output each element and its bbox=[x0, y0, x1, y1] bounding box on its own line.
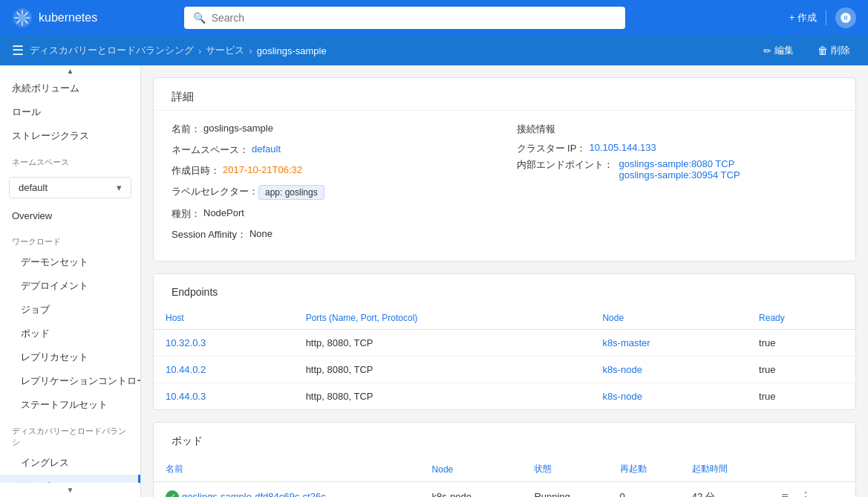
detail-right: 接続情報 クラスター IP： 10.105.144.133 内部エンドポイント：… bbox=[517, 123, 838, 249]
sidebar-item-job[interactable]: ジョブ bbox=[0, 298, 140, 322]
session-label: Session Affinity： bbox=[172, 228, 247, 241]
pods-col-actions bbox=[765, 457, 855, 482]
internal-endpoint-value1: goslings-sample:8080 TCP bbox=[619, 158, 740, 169]
breadcrumb-discovery[interactable]: ディスカバリーとロードバランシング bbox=[30, 44, 194, 57]
endpoints-table: Host Ports (Name, Port, Protocol) Node R… bbox=[154, 307, 855, 409]
detail-session-row: Session Affinity： None bbox=[172, 228, 493, 241]
endpoints-card: Endpoints Host Ports (Name, Port, Protoc… bbox=[153, 273, 856, 410]
pod-row: ✓ goslings-sample-dfd84c69c-ct26c k8s-no… bbox=[154, 482, 855, 498]
pod-restarts: 0 bbox=[608, 482, 680, 498]
sidebar-item-persistent-volumes[interactable]: 永続ボリューム bbox=[0, 77, 140, 100]
created-value: 2017-10-21T06:32 bbox=[223, 164, 302, 175]
content-area: 詳細 名前： goslings-sample ネームスペース： default … bbox=[141, 65, 868, 497]
scroll-up-arrow[interactable]: ▲ bbox=[0, 65, 140, 77]
sidebar-item-storage-classes[interactable]: ストレージクラス bbox=[0, 124, 140, 148]
sidebar-item-replication-controller[interactable]: レプリケーションコントローラー bbox=[0, 369, 140, 393]
endpoint-host[interactable]: 10.44.0.3 bbox=[154, 383, 294, 410]
endpoint-host[interactable]: 10.44.0.2 bbox=[154, 357, 294, 383]
detail-left: 名前： goslings-sample ネームスペース： default 作成日… bbox=[172, 123, 493, 249]
internal-endpoint-value2: goslings-sample:30954 TCP bbox=[619, 169, 740, 181]
pods-col-restarts: 再起動 bbox=[608, 457, 680, 482]
delete-button[interactable]: 🗑 削除 bbox=[812, 41, 856, 60]
endpoints-header-row: Host Ports (Name, Port, Protocol) Node R… bbox=[154, 307, 855, 330]
table-row: 10.32.0.3 http, 8080, TCP k8s-master tru… bbox=[154, 330, 855, 357]
cluster-ip-row: クラスター IP： 10.105.144.133 bbox=[517, 142, 838, 155]
label-selector-label: ラベルセレクター： bbox=[172, 185, 258, 198]
topbar-actions: + 作成 bbox=[789, 7, 856, 28]
name-label: 名前： bbox=[172, 123, 200, 136]
endpoints-title: Endpoints bbox=[154, 274, 855, 307]
breadcrumb-current: goslings-sample bbox=[257, 45, 327, 56]
namespace-value: default bbox=[19, 182, 48, 193]
endpoint-node[interactable]: k8s-master bbox=[590, 330, 747, 357]
label-selector-tag: app: goslings bbox=[258, 185, 324, 200]
pods-tbody: ✓ goslings-sample-dfd84c69c-ct26c k8s-no… bbox=[154, 482, 855, 498]
type-label: 種別： bbox=[172, 207, 200, 221]
subheader-actions: ✏ 編集 🗑 削除 bbox=[757, 41, 856, 60]
sidebar-item-deployment[interactable]: デプロイメント bbox=[0, 274, 140, 298]
endpoint-ports: http, 8080, TCP bbox=[294, 357, 591, 383]
pod-more-icon[interactable]: ⋮ bbox=[795, 489, 816, 497]
table-row: 10.44.0.3 http, 8080, TCP k8s-node true bbox=[154, 383, 855, 410]
menu-icon[interactable]: ☰ bbox=[12, 42, 24, 59]
sidebar-item-pod[interactable]: ポッド bbox=[0, 322, 140, 345]
endpoint-ready: true bbox=[747, 330, 855, 357]
scroll-down-arrow[interactable]: ▼ bbox=[0, 483, 140, 497]
connection-title: 接続情報 bbox=[517, 123, 838, 136]
pod-actions: ≡ ⋮ bbox=[765, 482, 855, 498]
endpoint-ready: true bbox=[747, 383, 855, 410]
sidebar-item-replicaset[interactable]: レプリカセット bbox=[0, 345, 140, 369]
search-input[interactable] bbox=[212, 12, 616, 24]
pod-status: Running bbox=[522, 482, 607, 498]
breadcrumb-sep-1: › bbox=[198, 45, 201, 56]
pods-header-row: 名前 Node 状態 再起動 起動時間 bbox=[154, 457, 855, 482]
cluster-ip-label: クラスター IP： bbox=[517, 142, 587, 155]
logo[interactable]: kubernetes bbox=[12, 7, 97, 28]
sidebar-item-overview[interactable]: Overview bbox=[0, 204, 140, 227]
chevron-down-icon: ▾ bbox=[117, 182, 122, 193]
pods-thead: 名前 Node 状態 再起動 起動時間 bbox=[154, 457, 855, 482]
endpoints-thead: Host Ports (Name, Port, Protocol) Node R… bbox=[154, 307, 855, 330]
topbar: kubernetes 🔍 + 作成 bbox=[0, 0, 868, 36]
namespace-selector[interactable]: default ▾ bbox=[9, 177, 131, 198]
pods-col-age: 起動時間 bbox=[680, 457, 766, 482]
name-value: goslings-sample bbox=[203, 123, 273, 134]
breadcrumb: ディスカバリーとロードバランシング › サービス › goslings-samp… bbox=[30, 44, 751, 57]
pod-list-icon[interactable]: ≡ bbox=[777, 489, 792, 497]
sidebar: ▲ 永続ボリューム ロール ストレージクラス ネームスペース default ▾… bbox=[0, 65, 141, 497]
internal-endpoint-label: 内部エンドポイント： bbox=[517, 158, 613, 172]
edit-button[interactable]: ✏ 編集 bbox=[757, 41, 800, 60]
pod-name-link[interactable]: goslings-sample-dfd84c69c-ct26c bbox=[182, 491, 326, 497]
endpoint-node[interactable]: k8s-node bbox=[590, 357, 747, 383]
topbar-divider bbox=[826, 10, 826, 25]
workload-section-title: ワークロード bbox=[0, 227, 140, 250]
user-icon[interactable] bbox=[835, 7, 856, 28]
pods-table-section: 名前 Node 状態 再起動 起動時間 ✓ goslings-sample-df… bbox=[154, 457, 855, 497]
endpoint-host[interactable]: 10.32.0.3 bbox=[154, 330, 294, 357]
breadcrumb-sep-2: › bbox=[249, 45, 252, 56]
delete-label: 削除 bbox=[831, 44, 850, 57]
search-icon: 🔍 bbox=[193, 12, 206, 24]
endpoints-tbody: 10.32.0.3 http, 8080, TCP k8s-master tru… bbox=[154, 330, 855, 410]
namespace-section-title: ネームスペース bbox=[0, 148, 140, 171]
namespace-value[interactable]: default bbox=[252, 143, 281, 155]
endpoints-col-ports: Ports (Name, Port, Protocol) bbox=[294, 307, 591, 330]
pods-col-name: 名前 bbox=[154, 457, 420, 482]
endpoint-ports: http, 8080, TCP bbox=[294, 383, 591, 410]
sidebar-item-ingress[interactable]: イングレス bbox=[0, 451, 140, 475]
pods-card: ポッド 名前 Node 状態 再起動 起動時間 bbox=[153, 422, 856, 497]
type-value: NodePort bbox=[203, 207, 244, 218]
endpoint-ready: true bbox=[747, 357, 855, 383]
table-row: 10.44.0.2 http, 8080, TCP k8s-node true bbox=[154, 357, 855, 383]
namespace-label: ネームスペース： bbox=[172, 143, 249, 157]
sidebar-item-daemonset[interactable]: デーモンセット bbox=[0, 250, 140, 274]
endpoint-node[interactable]: k8s-node bbox=[590, 383, 747, 410]
status-icon: ✓ bbox=[166, 490, 179, 498]
search-bar[interactable]: 🔍 bbox=[184, 7, 625, 29]
sidebar-item-roles[interactable]: ロール bbox=[0, 100, 140, 124]
internal-endpoint-row: 内部エンドポイント： goslings-sample:8080 TCP gosl… bbox=[517, 158, 838, 181]
pods-col-status: 状態 bbox=[522, 457, 607, 482]
sidebar-item-statefulset[interactable]: ステートフルセット bbox=[0, 393, 140, 417]
create-button[interactable]: + 作成 bbox=[789, 11, 817, 25]
breadcrumb-services[interactable]: サービス bbox=[206, 44, 244, 57]
